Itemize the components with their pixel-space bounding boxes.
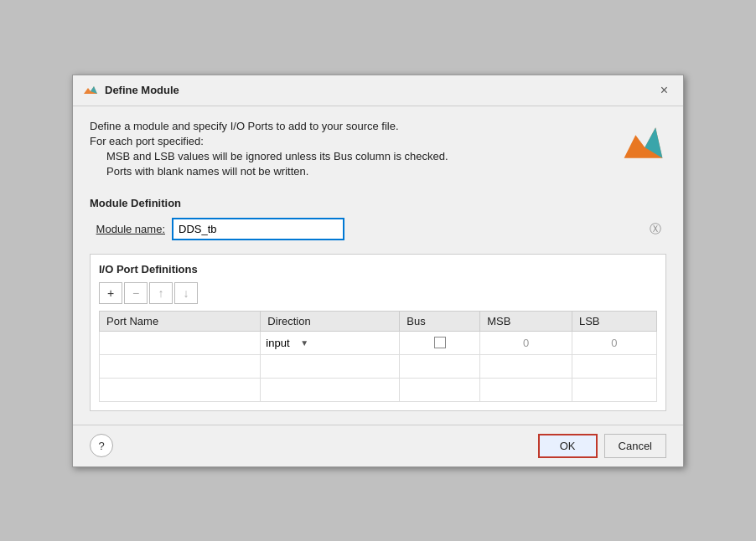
module-name-input-wrapper: Ⓧ: [172, 218, 666, 240]
info-section: Define a module and specify I/O Ports to…: [90, 120, 666, 180]
cell-bus-3[interactable]: [400, 378, 480, 401]
move-down-button[interactable]: ↓: [174, 282, 198, 304]
cell-msb-3: [480, 378, 572, 401]
col-header-msb: MSB: [480, 311, 572, 331]
io-table: Port Name Direction Bus MSB LSB: [99, 311, 657, 402]
dialog-body: Define a module and specify I/O Ports to…: [73, 106, 683, 425]
cell-lsb-1: 0: [572, 331, 656, 354]
chevron-down-icon-1: ▼: [300, 338, 308, 348]
title-bar: Define Module ×: [73, 75, 683, 106]
close-button[interactable]: ×: [655, 82, 673, 99]
col-header-direction: Direction: [261, 311, 400, 331]
info-text: Define a module and specify I/O Ports to…: [90, 120, 448, 180]
table-header-row: Port Name Direction Bus MSB LSB: [100, 311, 657, 331]
cell-port-name-3[interactable]: [100, 378, 261, 401]
cell-msb-2: [480, 354, 572, 378]
module-name-label: Module name:: [90, 223, 165, 235]
footer-buttons: OK Cancel: [538, 434, 666, 458]
io-toolbar: + − ↑ ↓: [99, 282, 657, 304]
cell-lsb-2: [572, 354, 656, 378]
help-button[interactable]: ?: [90, 434, 113, 457]
col-header-lsb: LSB: [572, 311, 656, 331]
table-row: input output inout ▼: [100, 331, 657, 354]
cell-direction-1[interactable]: input output inout ▼: [261, 331, 400, 354]
title-bar-left: Define Module: [83, 83, 179, 98]
bus-checkbox-1[interactable]: [434, 337, 446, 348]
module-name-input[interactable]: [172, 218, 344, 240]
cell-port-name-1[interactable]: [100, 331, 261, 354]
matlab-icon-small: [83, 83, 98, 98]
input-clear-button[interactable]: Ⓧ: [650, 223, 661, 234]
info-line4: Ports with blank names will not be writt…: [106, 165, 448, 178]
module-definition-label: Module Definition: [90, 197, 666, 209]
table-row: [100, 378, 657, 401]
dialog-title: Define Module: [105, 84, 179, 96]
io-section-label: I/O Port Definitions: [99, 263, 657, 276]
table-row: [100, 354, 657, 378]
cell-direction-3[interactable]: [261, 378, 400, 401]
remove-port-button[interactable]: −: [124, 282, 148, 304]
io-port-definitions-section: I/O Port Definitions + − ↑ ↓ Port Name D…: [90, 254, 666, 411]
move-up-button[interactable]: ↑: [149, 282, 173, 304]
cell-port-name-2[interactable]: [100, 354, 261, 378]
define-module-dialog: Define Module × Define a module and spec…: [72, 75, 684, 467]
cell-lsb-3: [572, 378, 656, 401]
cell-direction-2[interactable]: [261, 354, 400, 378]
ok-button[interactable]: OK: [538, 434, 598, 458]
dialog-footer: ? OK Cancel: [73, 425, 683, 466]
col-header-port-name: Port Name: [100, 311, 261, 331]
add-port-button[interactable]: +: [99, 282, 122, 304]
cancel-button[interactable]: Cancel: [604, 434, 666, 458]
info-line2: For each port specified:: [90, 135, 448, 147]
cell-bus-2[interactable]: [400, 354, 480, 378]
cell-msb-1: 0: [480, 331, 572, 354]
module-definition-section: Module Definition Module name: Ⓧ: [90, 197, 666, 240]
info-line1: Define a module and specify I/O Ports to…: [90, 120, 448, 132]
direction-select-1[interactable]: input output inout: [266, 337, 298, 349]
cell-bus-1[interactable]: [400, 331, 480, 354]
col-header-bus: Bus: [400, 311, 480, 331]
matlab-logo: [620, 120, 666, 166]
module-name-row: Module name: Ⓧ: [90, 218, 666, 240]
info-line3: MSB and LSB values will be ignored unles…: [106, 150, 448, 162]
